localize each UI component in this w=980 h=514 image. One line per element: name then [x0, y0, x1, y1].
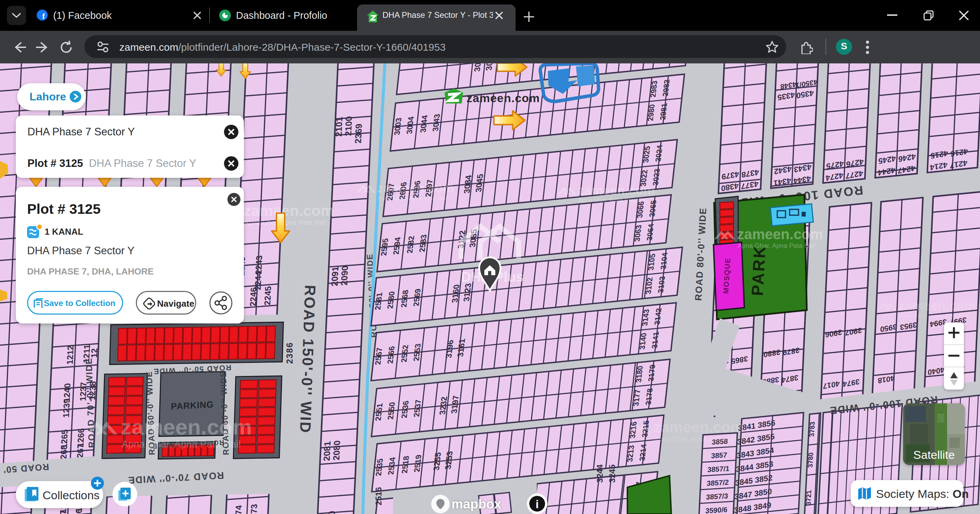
svg-text:zameen.com: zameen.com [121, 415, 252, 439]
svg-text:i: i [535, 498, 539, 511]
svg-text:3857/3: 3857/3 [706, 492, 728, 501]
svg-text:1307: 1307 [57, 509, 68, 514]
svg-text:2369: 2369 [353, 123, 364, 144]
svg-text:Apna Ghar, Apna Pata Hai!: Apna Ghar, Apna Pata Hai! [244, 219, 326, 226]
svg-text:zameen.com: zameen.com [578, 183, 655, 197]
svg-text:mapbox: mapbox [452, 497, 501, 511]
svg-text:1306: 1306 [73, 508, 83, 514]
svg-text:3783: 3783 [808, 421, 816, 437]
svg-text:3780: 3780 [806, 452, 815, 468]
svg-text:zameen.com: zameen.com [899, 298, 975, 313]
svg-text:Apna Ghar, Apna Pata Hai!: Apna Ghar, Apna Pata Hai! [378, 195, 448, 201]
svg-text:1573: 1573 [248, 504, 259, 514]
svg-text:3721: 3721 [804, 490, 813, 506]
svg-text:zameen.com: zameen.com [466, 92, 540, 105]
svg-text:3590/6: 3590/6 [705, 505, 727, 514]
svg-text:Apna Ghar, Apna Pata Hai!: Apna Ghar, Apna Pata Hai! [578, 197, 648, 203]
svg-text:1574: 1574 [233, 505, 243, 514]
svg-text:zameen.com: zameen.com [377, 181, 454, 195]
svg-text:2246: 2246 [248, 287, 258, 307]
svg-text:3857/1: 3857/1 [707, 464, 730, 474]
svg-text:f: f [42, 12, 45, 21]
svg-text:Apna Ghar, Apna Pata Hai!: Apna Ghar, Apna Pata Hai! [899, 313, 969, 319]
svg-text:3857: 3857 [711, 451, 727, 460]
svg-text:2080: 2080 [331, 440, 342, 460]
svg-text:zameen.com: zameen.com [654, 419, 744, 436]
svg-text:Apna Ghar, Apna Pata Hai!: Apna Ghar, Apna Pata Hai! [738, 242, 816, 249]
svg-text:2090: 2090 [339, 265, 350, 286]
svg-text:PARKING: PARKING [171, 399, 214, 412]
svg-text:1239: 1239 [61, 398, 72, 418]
svg-text:Apna Ghar, Apna Pata Hai!: Apna Ghar, Apna Pata Hai! [121, 439, 241, 450]
svg-text:zameen.com: zameen.com [243, 202, 334, 219]
svg-text:2516: 2516 [374, 487, 383, 505]
svg-text:2100: 2100 [343, 116, 354, 136]
svg-text:3244: 3244 [595, 464, 605, 483]
svg-text:zameen.com: zameen.com [737, 226, 823, 242]
svg-text:Apna Ghar, Apna Pata Hai!: Apna Ghar, Apna Pata Hai! [654, 435, 737, 443]
svg-text:3245: 3245 [608, 464, 617, 482]
svg-text:1212: 1212 [65, 345, 75, 365]
svg-text:3857/2: 3857/2 [706, 478, 729, 487]
svg-text:2245: 2245 [262, 286, 273, 306]
svg-text:12: 12 [89, 348, 99, 359]
svg-text:Satellite: Satellite [913, 448, 955, 461]
svg-text:2386: 2386 [285, 342, 294, 364]
svg-text:PARK: PARK [748, 245, 769, 297]
